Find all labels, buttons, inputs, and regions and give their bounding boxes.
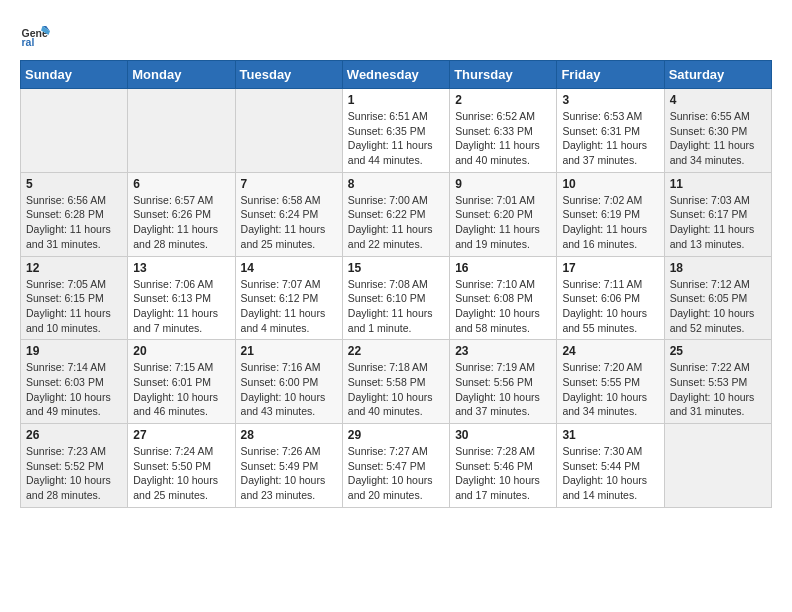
calendar-cell: 19Sunrise: 7:14 AM Sunset: 6:03 PM Dayli… [21,340,128,424]
day-info: Sunrise: 7:16 AM Sunset: 6:00 PM Dayligh… [241,360,337,419]
calendar-cell: 25Sunrise: 7:22 AM Sunset: 5:53 PM Dayli… [664,340,771,424]
day-number: 30 [455,428,551,442]
day-number: 25 [670,344,766,358]
day-number: 5 [26,177,122,191]
day-info: Sunrise: 6:57 AM Sunset: 6:26 PM Dayligh… [133,193,229,252]
calendar-cell: 10Sunrise: 7:02 AM Sunset: 6:19 PM Dayli… [557,172,664,256]
day-number: 3 [562,93,658,107]
logo: Gene ral [20,20,54,50]
day-info: Sunrise: 7:20 AM Sunset: 5:55 PM Dayligh… [562,360,658,419]
day-info: Sunrise: 7:11 AM Sunset: 6:06 PM Dayligh… [562,277,658,336]
day-info: Sunrise: 7:08 AM Sunset: 6:10 PM Dayligh… [348,277,444,336]
day-info: Sunrise: 7:14 AM Sunset: 6:03 PM Dayligh… [26,360,122,419]
day-of-week-header: Tuesday [235,61,342,89]
day-of-week-header: Wednesday [342,61,449,89]
day-info: Sunrise: 7:05 AM Sunset: 6:15 PM Dayligh… [26,277,122,336]
day-number: 12 [26,261,122,275]
day-info: Sunrise: 7:19 AM Sunset: 5:56 PM Dayligh… [455,360,551,419]
calendar-week-row: 12Sunrise: 7:05 AM Sunset: 6:15 PM Dayli… [21,256,772,340]
calendar-cell [664,424,771,508]
calendar-cell: 16Sunrise: 7:10 AM Sunset: 6:08 PM Dayli… [450,256,557,340]
calendar-cell: 15Sunrise: 7:08 AM Sunset: 6:10 PM Dayli… [342,256,449,340]
day-of-week-header: Monday [128,61,235,89]
calendar-cell: 2Sunrise: 6:52 AM Sunset: 6:33 PM Daylig… [450,89,557,173]
day-info: Sunrise: 7:15 AM Sunset: 6:01 PM Dayligh… [133,360,229,419]
day-info: Sunrise: 7:01 AM Sunset: 6:20 PM Dayligh… [455,193,551,252]
day-info: Sunrise: 6:55 AM Sunset: 6:30 PM Dayligh… [670,109,766,168]
day-info: Sunrise: 6:58 AM Sunset: 6:24 PM Dayligh… [241,193,337,252]
calendar-cell [21,89,128,173]
day-number: 11 [670,177,766,191]
calendar-cell [128,89,235,173]
calendar-cell: 5Sunrise: 6:56 AM Sunset: 6:28 PM Daylig… [21,172,128,256]
day-info: Sunrise: 7:02 AM Sunset: 6:19 PM Dayligh… [562,193,658,252]
calendar-week-row: 5Sunrise: 6:56 AM Sunset: 6:28 PM Daylig… [21,172,772,256]
day-of-week-header: Friday [557,61,664,89]
day-number: 8 [348,177,444,191]
day-info: Sunrise: 7:18 AM Sunset: 5:58 PM Dayligh… [348,360,444,419]
day-info: Sunrise: 7:00 AM Sunset: 6:22 PM Dayligh… [348,193,444,252]
calendar-cell: 18Sunrise: 7:12 AM Sunset: 6:05 PM Dayli… [664,256,771,340]
day-info: Sunrise: 6:52 AM Sunset: 6:33 PM Dayligh… [455,109,551,168]
day-info: Sunrise: 7:03 AM Sunset: 6:17 PM Dayligh… [670,193,766,252]
calendar-cell: 1Sunrise: 6:51 AM Sunset: 6:35 PM Daylig… [342,89,449,173]
day-number: 22 [348,344,444,358]
calendar-cell: 27Sunrise: 7:24 AM Sunset: 5:50 PM Dayli… [128,424,235,508]
calendar-cell: 26Sunrise: 7:23 AM Sunset: 5:52 PM Dayli… [21,424,128,508]
page-header: Gene ral [20,20,772,50]
calendar-cell: 17Sunrise: 7:11 AM Sunset: 6:06 PM Dayli… [557,256,664,340]
day-of-week-header: Sunday [21,61,128,89]
day-info: Sunrise: 7:10 AM Sunset: 6:08 PM Dayligh… [455,277,551,336]
day-of-week-header: Thursday [450,61,557,89]
calendar-cell: 4Sunrise: 6:55 AM Sunset: 6:30 PM Daylig… [664,89,771,173]
day-info: Sunrise: 6:53 AM Sunset: 6:31 PM Dayligh… [562,109,658,168]
day-number: 26 [26,428,122,442]
day-number: 21 [241,344,337,358]
day-number: 1 [348,93,444,107]
calendar-cell: 28Sunrise: 7:26 AM Sunset: 5:49 PM Dayli… [235,424,342,508]
calendar-cell: 13Sunrise: 7:06 AM Sunset: 6:13 PM Dayli… [128,256,235,340]
calendar-cell: 20Sunrise: 7:15 AM Sunset: 6:01 PM Dayli… [128,340,235,424]
calendar-cell: 31Sunrise: 7:30 AM Sunset: 5:44 PM Dayli… [557,424,664,508]
calendar-week-row: 1Sunrise: 6:51 AM Sunset: 6:35 PM Daylig… [21,89,772,173]
day-number: 10 [562,177,658,191]
day-number: 15 [348,261,444,275]
calendar-cell: 6Sunrise: 6:57 AM Sunset: 6:26 PM Daylig… [128,172,235,256]
calendar-cell: 8Sunrise: 7:00 AM Sunset: 6:22 PM Daylig… [342,172,449,256]
calendar-week-row: 26Sunrise: 7:23 AM Sunset: 5:52 PM Dayli… [21,424,772,508]
day-number: 19 [26,344,122,358]
calendar-cell [235,89,342,173]
calendar-cell: 24Sunrise: 7:20 AM Sunset: 5:55 PM Dayli… [557,340,664,424]
svg-text:ral: ral [22,36,35,48]
calendar-cell: 14Sunrise: 7:07 AM Sunset: 6:12 PM Dayli… [235,256,342,340]
day-info: Sunrise: 7:07 AM Sunset: 6:12 PM Dayligh… [241,277,337,336]
day-number: 14 [241,261,337,275]
day-info: Sunrise: 7:26 AM Sunset: 5:49 PM Dayligh… [241,444,337,503]
day-number: 13 [133,261,229,275]
day-of-week-header: Saturday [664,61,771,89]
calendar-header-row: SundayMondayTuesdayWednesdayThursdayFrid… [21,61,772,89]
day-info: Sunrise: 7:12 AM Sunset: 6:05 PM Dayligh… [670,277,766,336]
day-number: 18 [670,261,766,275]
day-number: 27 [133,428,229,442]
day-info: Sunrise: 7:28 AM Sunset: 5:46 PM Dayligh… [455,444,551,503]
day-number: 9 [455,177,551,191]
day-info: Sunrise: 7:06 AM Sunset: 6:13 PM Dayligh… [133,277,229,336]
day-number: 7 [241,177,337,191]
day-number: 23 [455,344,551,358]
day-number: 31 [562,428,658,442]
day-number: 28 [241,428,337,442]
calendar-cell: 29Sunrise: 7:27 AM Sunset: 5:47 PM Dayli… [342,424,449,508]
calendar-week-row: 19Sunrise: 7:14 AM Sunset: 6:03 PM Dayli… [21,340,772,424]
calendar-table: SundayMondayTuesdayWednesdayThursdayFrid… [20,60,772,508]
day-number: 24 [562,344,658,358]
day-info: Sunrise: 6:51 AM Sunset: 6:35 PM Dayligh… [348,109,444,168]
day-number: 4 [670,93,766,107]
day-info: Sunrise: 7:27 AM Sunset: 5:47 PM Dayligh… [348,444,444,503]
logo-icon: Gene ral [20,20,50,50]
day-number: 2 [455,93,551,107]
day-number: 20 [133,344,229,358]
calendar-cell: 22Sunrise: 7:18 AM Sunset: 5:58 PM Dayli… [342,340,449,424]
day-number: 17 [562,261,658,275]
calendar-cell: 21Sunrise: 7:16 AM Sunset: 6:00 PM Dayli… [235,340,342,424]
